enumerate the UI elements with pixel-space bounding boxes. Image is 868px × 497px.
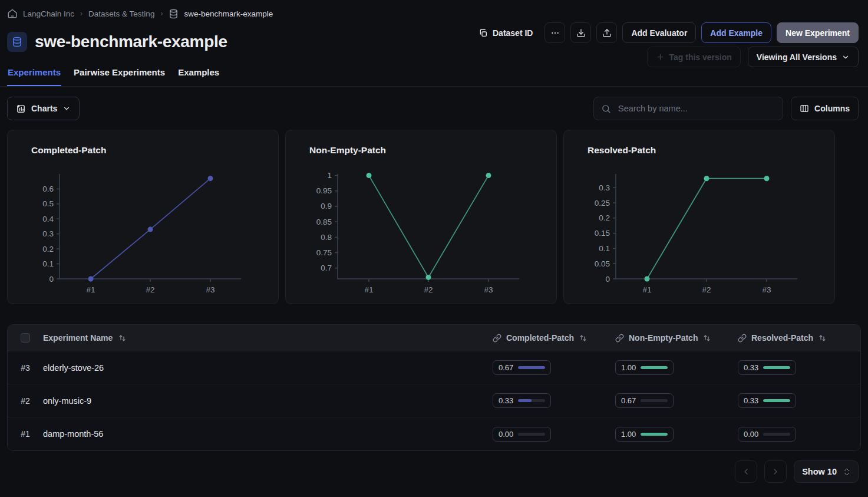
svg-text:0.6: 0.6 bbox=[42, 185, 54, 193]
new-experiment-button[interactable]: New Experiment bbox=[777, 22, 859, 43]
data-point[interactable] bbox=[426, 275, 431, 280]
svg-text:0.3: 0.3 bbox=[42, 229, 54, 238]
sort-icon[interactable] bbox=[818, 334, 827, 343]
metric-bar bbox=[518, 433, 545, 436]
header-actions: Dataset ID Add Evaluator Add Example New… bbox=[472, 22, 859, 43]
metric-pill[interactable]: 0.33 bbox=[738, 393, 796, 408]
svg-text:#3: #3 bbox=[206, 285, 214, 294]
metric-bar bbox=[641, 366, 668, 369]
add-example-button[interactable]: Add Example bbox=[701, 22, 771, 43]
plus-icon bbox=[656, 52, 665, 61]
data-point[interactable] bbox=[704, 176, 709, 181]
prev-page-button[interactable] bbox=[735, 460, 757, 483]
tab-experiments[interactable]: Experiments bbox=[7, 67, 61, 86]
experiment-name-link[interactable]: only-music-9 bbox=[43, 396, 493, 406]
metric-pill[interactable]: 0.33 bbox=[493, 393, 551, 408]
metric-cell: 0.67 bbox=[615, 393, 738, 408]
data-point[interactable] bbox=[367, 173, 372, 178]
metric-pill[interactable]: 1.00 bbox=[615, 360, 674, 375]
more-options-button[interactable] bbox=[544, 22, 565, 43]
sort-icon[interactable] bbox=[579, 334, 588, 343]
stepper-icon bbox=[843, 468, 850, 476]
columns-icon bbox=[800, 104, 809, 113]
svg-text:#3: #3 bbox=[762, 285, 771, 294]
upload-button[interactable] bbox=[596, 22, 617, 43]
svg-text:#2: #2 bbox=[146, 285, 154, 294]
metric-value: 0.33 bbox=[744, 396, 758, 405]
svg-text:1: 1 bbox=[327, 171, 332, 180]
data-point[interactable] bbox=[208, 176, 213, 181]
metric-pill[interactable]: 0.00 bbox=[738, 427, 796, 442]
table-row[interactable]: #3elderly-stove-260.671.000.33 bbox=[8, 351, 860, 384]
svg-text:0.3: 0.3 bbox=[599, 183, 610, 192]
tag-version-button[interactable]: Tag this version bbox=[647, 47, 741, 67]
metric-pill[interactable]: 1.00 bbox=[615, 427, 674, 442]
data-point[interactable] bbox=[764, 176, 770, 181]
breadcrumb-section[interactable]: Datasets & Testing bbox=[88, 9, 154, 18]
charts-dropdown-button[interactable]: Charts bbox=[7, 97, 80, 120]
columns-button[interactable]: Columns bbox=[791, 97, 859, 120]
table-row[interactable]: #2only-music-90.330.670.33 bbox=[8, 384, 860, 417]
chart-plot: 00.10.20.30.40.50.6#1#2#3 bbox=[8, 130, 278, 304]
svg-text:0.1: 0.1 bbox=[599, 244, 610, 253]
column-experiment-name[interactable]: Experiment Name bbox=[43, 333, 493, 343]
breadcrumb-separator: › bbox=[160, 9, 163, 18]
charts-row: Completed-Patch 00.10.20.30.40.50.6#1#2#… bbox=[0, 130, 868, 304]
metric-value: 1.00 bbox=[621, 363, 636, 372]
home-icon[interactable] bbox=[7, 8, 18, 19]
sort-icon[interactable] bbox=[118, 334, 127, 343]
metric-cell: 0.33 bbox=[738, 360, 860, 375]
table-body: #3elderly-stove-260.671.000.33#2only-mus… bbox=[8, 351, 860, 450]
svg-text:0.95: 0.95 bbox=[316, 186, 332, 195]
search-input[interactable] bbox=[617, 103, 775, 114]
experiment-name-link[interactable]: damp-month-56 bbox=[43, 429, 493, 439]
data-point[interactable] bbox=[148, 227, 153, 232]
svg-text:#1: #1 bbox=[364, 285, 373, 294]
page-size-select[interactable]: Show 10 bbox=[794, 460, 859, 483]
chart-card-completed-patch: Completed-Patch 00.10.20.30.40.50.6#1#2#… bbox=[7, 130, 279, 304]
experiment-index: #3 bbox=[8, 363, 43, 373]
metric-value: 0.00 bbox=[499, 430, 513, 439]
column-non-empty-patch[interactable]: Non-Empty-Patch bbox=[615, 333, 738, 343]
metric-bar bbox=[641, 399, 668, 402]
metric-value: 0.00 bbox=[744, 430, 758, 439]
metric-pill[interactable]: 0.00 bbox=[493, 427, 551, 442]
page-header: LangChain Inc › Datasets & Testing › swe… bbox=[0, 0, 868, 87]
versions-dropdown[interactable]: Viewing All Versions bbox=[748, 47, 859, 67]
select-all-checkbox[interactable] bbox=[21, 333, 30, 343]
data-point[interactable] bbox=[486, 173, 491, 178]
breadcrumb-org[interactable]: LangChain Inc bbox=[23, 9, 74, 18]
column-completed-patch[interactable]: Completed-Patch bbox=[493, 333, 615, 343]
header-checkbox-cell bbox=[8, 333, 43, 343]
chevron-right-icon bbox=[771, 467, 780, 476]
metric-value: 0.67 bbox=[499, 363, 513, 372]
tab-pairwise-experiments[interactable]: Pairwise Experiments bbox=[73, 67, 166, 86]
line-chart-svg: 10.950.90.850.80.750.7#1#2#3 bbox=[286, 130, 556, 304]
svg-text:#3: #3 bbox=[484, 285, 493, 294]
copy-icon bbox=[478, 28, 488, 38]
sort-icon[interactable] bbox=[702, 334, 711, 343]
next-page-button[interactable] bbox=[764, 460, 787, 483]
metric-pill[interactable]: 0.33 bbox=[738, 360, 796, 375]
bar-chart-icon bbox=[16, 104, 26, 114]
data-point[interactable] bbox=[645, 277, 650, 282]
experiment-name-link[interactable]: elderly-stove-26 bbox=[43, 363, 493, 373]
toolbar-right: Columns bbox=[593, 97, 859, 120]
dataset-id-button[interactable]: Dataset ID bbox=[472, 22, 539, 43]
chart-plot: 00.050.10.150.20.250.3#1#2#3 bbox=[564, 130, 834, 304]
add-evaluator-button[interactable]: Add Evaluator bbox=[622, 22, 696, 43]
version-controls: Tag this version Viewing All Versions bbox=[647, 47, 859, 67]
column-resolved-patch[interactable]: Resolved-Patch bbox=[738, 333, 860, 343]
page-title: swe-benchmark-example bbox=[35, 32, 227, 51]
svg-text:0.25: 0.25 bbox=[595, 199, 610, 208]
table-row[interactable]: #1damp-month-560.001.000.00 bbox=[8, 417, 860, 450]
svg-text:0.05: 0.05 bbox=[595, 259, 610, 268]
metric-bar bbox=[763, 433, 790, 436]
metric-pill[interactable]: 0.67 bbox=[615, 393, 674, 408]
data-point[interactable] bbox=[88, 277, 94, 282]
database-icon bbox=[169, 9, 179, 19]
download-button[interactable] bbox=[570, 22, 591, 43]
metric-pill[interactable]: 0.67 bbox=[493, 360, 551, 375]
table-header: Experiment Name Completed-Patch Non-Empt… bbox=[8, 325, 860, 351]
tab-examples[interactable]: Examples bbox=[177, 67, 220, 86]
